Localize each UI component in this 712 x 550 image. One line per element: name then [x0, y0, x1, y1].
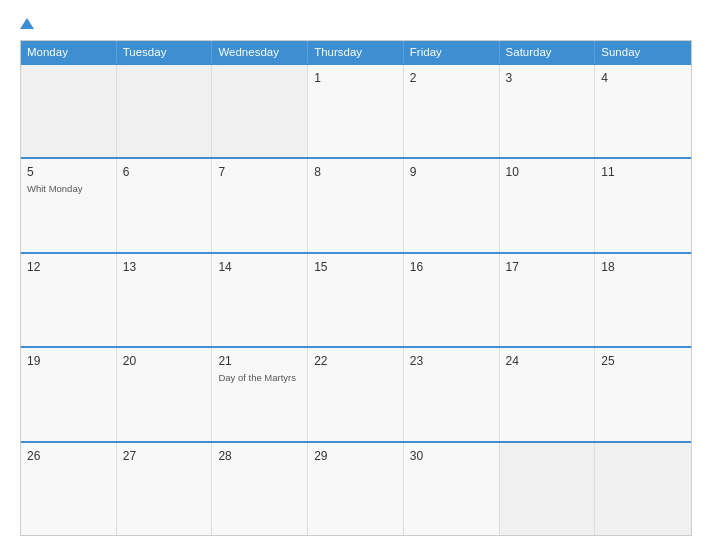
- calendar-cell: 16: [404, 254, 500, 346]
- calendar-cell: 15: [308, 254, 404, 346]
- header-day-thursday: Thursday: [308, 41, 404, 63]
- calendar-week-5: 2627282930: [21, 441, 691, 535]
- header-day-friday: Friday: [404, 41, 500, 63]
- page-header: [20, 18, 692, 30]
- header-day-sunday: Sunday: [595, 41, 691, 63]
- day-number: 5: [27, 164, 110, 181]
- day-number: 26: [27, 448, 110, 465]
- calendar-cell: 19: [21, 348, 117, 440]
- calendar-cell: 7: [212, 159, 308, 251]
- day-number: 23: [410, 353, 493, 370]
- logo-triangle-icon: [20, 18, 34, 29]
- logo: [20, 18, 35, 30]
- day-number: 27: [123, 448, 206, 465]
- calendar-cell: 3: [500, 65, 596, 157]
- day-number: 8: [314, 164, 397, 181]
- day-number: 18: [601, 259, 685, 276]
- calendar-cell: 18: [595, 254, 691, 346]
- calendar-cell: 30: [404, 443, 500, 535]
- calendar-cell: 26: [21, 443, 117, 535]
- header-day-wednesday: Wednesday: [212, 41, 308, 63]
- calendar-grid: MondayTuesdayWednesdayThursdayFridaySatu…: [20, 40, 692, 536]
- calendar-week-1: 1234: [21, 63, 691, 157]
- day-number: 3: [506, 70, 589, 87]
- calendar-cell: 25: [595, 348, 691, 440]
- calendar-week-3: 12131415161718: [21, 252, 691, 346]
- calendar-cell: 28: [212, 443, 308, 535]
- day-number: 9: [410, 164, 493, 181]
- day-number: 28: [218, 448, 301, 465]
- calendar-week-2: 5Whit Monday67891011: [21, 157, 691, 251]
- day-number: 24: [506, 353, 589, 370]
- calendar-body: 12345Whit Monday678910111213141516171819…: [21, 63, 691, 535]
- calendar-cell: 2: [404, 65, 500, 157]
- calendar-cell: 22: [308, 348, 404, 440]
- day-number: 13: [123, 259, 206, 276]
- calendar-cell: 1: [308, 65, 404, 157]
- day-number: 2: [410, 70, 493, 87]
- day-number: 11: [601, 164, 685, 181]
- calendar-cell: [595, 443, 691, 535]
- calendar-header: MondayTuesdayWednesdayThursdayFridaySatu…: [21, 41, 691, 63]
- calendar-cell: [117, 65, 213, 157]
- day-number: 12: [27, 259, 110, 276]
- calendar-cell: 24: [500, 348, 596, 440]
- calendar-cell: 23: [404, 348, 500, 440]
- calendar-cell: 20: [117, 348, 213, 440]
- day-number: 20: [123, 353, 206, 370]
- day-number: 15: [314, 259, 397, 276]
- day-number: 1: [314, 70, 397, 87]
- calendar-cell: 27: [117, 443, 213, 535]
- day-number: 14: [218, 259, 301, 276]
- calendar-cell: [500, 443, 596, 535]
- calendar-cell: 21Day of the Martyrs: [212, 348, 308, 440]
- calendar-cell: [21, 65, 117, 157]
- day-number: 22: [314, 353, 397, 370]
- day-number: 25: [601, 353, 685, 370]
- day-number: 17: [506, 259, 589, 276]
- day-number: 16: [410, 259, 493, 276]
- day-number: 21: [218, 353, 301, 370]
- day-number: 29: [314, 448, 397, 465]
- header-day-saturday: Saturday: [500, 41, 596, 63]
- holiday-label: Day of the Martyrs: [218, 372, 301, 384]
- day-number: 30: [410, 448, 493, 465]
- calendar-page: MondayTuesdayWednesdayThursdayFridaySatu…: [0, 0, 712, 550]
- day-number: 4: [601, 70, 685, 87]
- header-day-tuesday: Tuesday: [117, 41, 213, 63]
- calendar-cell: 14: [212, 254, 308, 346]
- day-number: 19: [27, 353, 110, 370]
- calendar-cell: 29: [308, 443, 404, 535]
- calendar-cell: [212, 65, 308, 157]
- calendar-cell: 10: [500, 159, 596, 251]
- calendar-cell: 12: [21, 254, 117, 346]
- calendar-cell: 5Whit Monday: [21, 159, 117, 251]
- day-number: 6: [123, 164, 206, 181]
- calendar-cell: 13: [117, 254, 213, 346]
- calendar-cell: 4: [595, 65, 691, 157]
- header-day-monday: Monday: [21, 41, 117, 63]
- calendar-week-4: 192021Day of the Martyrs22232425: [21, 346, 691, 440]
- calendar-cell: 6: [117, 159, 213, 251]
- day-number: 7: [218, 164, 301, 181]
- calendar-cell: 17: [500, 254, 596, 346]
- calendar-cell: 11: [595, 159, 691, 251]
- day-number: 10: [506, 164, 589, 181]
- logo-blue-text: [20, 18, 35, 30]
- calendar-cell: 9: [404, 159, 500, 251]
- holiday-label: Whit Monday: [27, 183, 110, 195]
- calendar-cell: 8: [308, 159, 404, 251]
